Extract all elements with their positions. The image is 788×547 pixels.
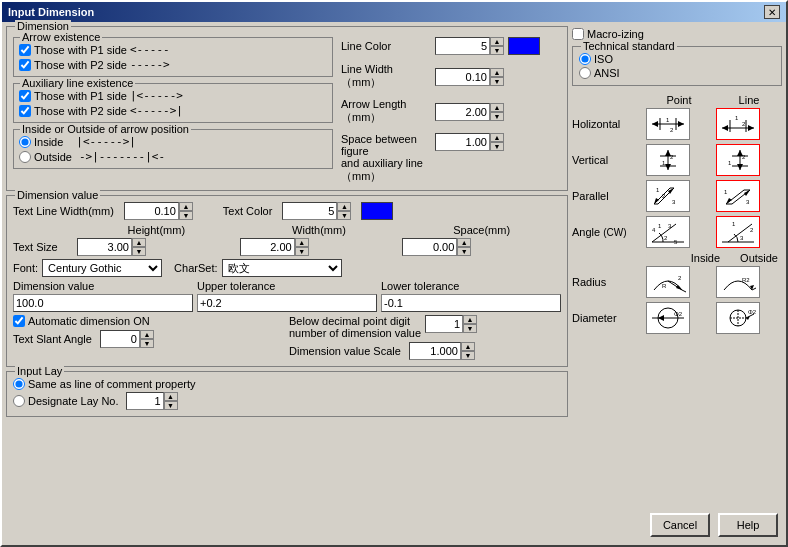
vertical-point-icon[interactable]: 2 1 — [646, 144, 690, 176]
diameter-outside-icon[interactable]: Φ2 — [716, 302, 760, 334]
below-dec-up[interactable]: ▲ — [463, 315, 477, 324]
text-slant-up[interactable]: ▲ — [140, 330, 154, 339]
space2-down[interactable]: ▼ — [457, 247, 471, 256]
line-color-down[interactable]: ▼ — [490, 46, 504, 55]
below-dec-input[interactable] — [425, 315, 463, 333]
text-color-up[interactable]: ▲ — [337, 202, 351, 211]
width-input[interactable] — [240, 238, 295, 256]
input-lay-group: Input Lay Same as line of comment proper… — [6, 371, 568, 417]
same-line-radio[interactable] — [13, 378, 25, 390]
designate-down[interactable]: ▼ — [164, 401, 178, 410]
ansi-label: ANSI — [594, 67, 620, 79]
designate-label: Designate Lay No. — [28, 395, 119, 407]
text-color-input[interactable] — [282, 202, 337, 220]
svg-text:1: 1 — [724, 189, 728, 195]
aux-p1-checkbox[interactable] — [19, 90, 31, 102]
text-line-width-up[interactable]: ▲ — [179, 202, 193, 211]
charset-select[interactable]: 欧文 — [222, 259, 342, 277]
close-button[interactable]: ✕ — [764, 5, 780, 19]
line-color-up[interactable]: ▲ — [490, 37, 504, 46]
dim-scale-up[interactable]: ▲ — [461, 342, 475, 351]
text-color-down[interactable]: ▼ — [337, 211, 351, 220]
designate-radio[interactable] — [13, 395, 25, 407]
tech-std-group: Technical standard ISO ANSI — [572, 46, 782, 86]
designate-up[interactable]: ▲ — [164, 392, 178, 401]
space-up[interactable]: ▲ — [490, 133, 504, 142]
space2-input[interactable] — [402, 238, 457, 256]
aux-p2-checkbox[interactable] — [19, 105, 31, 117]
width-up[interactable]: ▲ — [295, 238, 309, 247]
p2-label: Those with P2 side — [34, 59, 127, 71]
inside-radio[interactable] — [19, 136, 31, 148]
svg-text:R2: R2 — [742, 277, 750, 283]
p1-checkbox[interactable] — [19, 44, 31, 56]
arrow-length-up[interactable]: ▲ — [490, 103, 504, 112]
font-select[interactable]: Century Gothic — [42, 259, 162, 277]
iso-radio[interactable] — [579, 53, 591, 65]
horizontal-label: Holizontal — [572, 118, 642, 130]
help-button[interactable]: Help — [718, 513, 778, 537]
font-label: Font: — [13, 262, 38, 274]
dim-scale-input[interactable] — [409, 342, 461, 360]
text-line-width-input[interactable] — [124, 202, 179, 220]
inside-label: Inside — [34, 136, 63, 148]
svg-text:3: 3 — [668, 223, 672, 229]
cancel-button[interactable]: Cancel — [650, 513, 710, 537]
height-up[interactable]: ▲ — [132, 238, 146, 247]
iso-label: ISO — [594, 53, 613, 65]
radius-outside-icon[interactable]: R2 — [716, 266, 760, 298]
svg-marker-58 — [676, 285, 682, 290]
outside-radio[interactable] — [19, 151, 31, 163]
line-width-up[interactable]: ▲ — [490, 68, 504, 77]
text-line-width-label: Text Line Width(mm) — [13, 205, 114, 217]
space-input[interactable] — [435, 133, 490, 151]
horizontal-line-icon[interactable]: 1 2 — [716, 108, 760, 140]
lower-tol-input[interactable] — [381, 294, 561, 312]
angle-line-icon[interactable]: 3 1 2 — [716, 216, 760, 248]
svg-text:4: 4 — [652, 227, 656, 233]
arrow-existence-group: Arrow existence Those with P1 side <----… — [13, 37, 333, 77]
text-line-width-down[interactable]: ▼ — [179, 211, 193, 220]
svg-text:3: 3 — [672, 199, 676, 205]
upper-tol-input[interactable] — [197, 294, 377, 312]
width-down[interactable]: ▼ — [295, 247, 309, 256]
height-down[interactable]: ▼ — [132, 247, 146, 256]
text-slant-input[interactable] — [100, 330, 140, 348]
dim-value-input[interactable] — [13, 294, 193, 312]
diameter-inside-icon[interactable]: Φ2 — [646, 302, 690, 334]
parallel-point-icon[interactable]: 3 2 1 — [646, 180, 690, 212]
dim-scale-down[interactable]: ▼ — [461, 351, 475, 360]
diameter-label: Diameter — [572, 312, 642, 324]
space2-up[interactable]: ▲ — [457, 238, 471, 247]
space-label1: Space between figure — [341, 133, 431, 157]
vertical-line-icon[interactable]: 2 1 — [716, 144, 760, 176]
text-color-swatch[interactable] — [361, 202, 393, 220]
svg-text:1: 1 — [732, 221, 736, 227]
line-width-down[interactable]: ▼ — [490, 77, 504, 86]
below-dec-label1: Below decimal point digit — [289, 315, 421, 327]
angle-point-icon[interactable]: 2 5 1 4 3 — [646, 216, 690, 248]
arrow-length-down[interactable]: ▼ — [490, 112, 504, 121]
line-color-input[interactable] — [435, 37, 490, 55]
line-width-input[interactable] — [435, 68, 490, 86]
parallel-line-icon[interactable]: 3 1 — [716, 180, 760, 212]
radius-inside-icon[interactable]: R 2 — [646, 266, 690, 298]
line-color-swatch[interactable] — [508, 37, 540, 55]
ansi-radio[interactable] — [579, 67, 591, 79]
svg-text:2: 2 — [670, 154, 674, 160]
designate-input[interactable] — [126, 392, 164, 410]
dimension-value-title: Dimension value — [15, 189, 100, 201]
height-input[interactable] — [77, 238, 132, 256]
auto-dim-checkbox[interactable] — [13, 315, 25, 327]
left-panel: Dimension Arrow existence Those with P1 … — [6, 26, 568, 541]
arrow-length-input[interactable] — [435, 103, 490, 121]
macro-checkbox[interactable] — [572, 28, 584, 40]
horizontal-point-icon[interactable]: 1 2 — [646, 108, 690, 140]
text-slant-down[interactable]: ▼ — [140, 339, 154, 348]
p2-checkbox[interactable] — [19, 59, 31, 71]
below-dec-down[interactable]: ▼ — [463, 324, 477, 333]
auto-dim-label: Automatic dimension ON — [28, 315, 150, 327]
space-down[interactable]: ▼ — [490, 142, 504, 151]
dimension-group: Dimension Arrow existence Those with P1 … — [6, 26, 568, 191]
dim-scale-label: Dimension value Scale — [289, 345, 401, 357]
